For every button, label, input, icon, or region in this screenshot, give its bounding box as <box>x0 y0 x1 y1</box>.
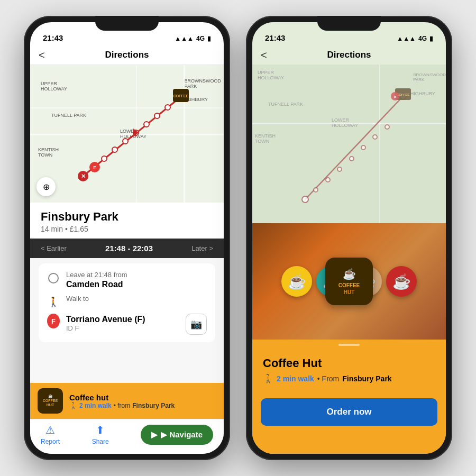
ad-walk-time: 2 min walk <box>79 402 112 409</box>
signal-icon: ▲▲▲ <box>175 35 194 42</box>
svg-point-4 <box>102 156 107 161</box>
back-button-1[interactable]: < <box>39 49 45 61</box>
svg-text:COFFEE: COFFEE <box>173 94 189 98</box>
map-background-1: UPPERHOLLOWAY TUFNELL PARK KENTISHTOWN L… <box>30 65 224 203</box>
dir-bus-text: Torriano Avenue (F) ID F <box>66 314 179 332</box>
location-button[interactable]: ⊕ <box>36 177 56 196</box>
navigate-label: ▶ Navigate <box>161 430 203 440</box>
phone-1: 21:43 ▲▲▲ 4G ▮ < Directions UPPERHOLLOWA… <box>24 16 230 460</box>
svg-point-27 <box>385 125 389 129</box>
info-section-1: Finsbury Park 14 min • £1.65 <box>30 203 224 239</box>
bus-id: ID F <box>66 324 179 332</box>
network-badge: 4G <box>196 35 205 42</box>
svg-text:✕: ✕ <box>81 173 86 179</box>
share-label: Share <box>92 438 109 445</box>
bus-stop-icon: F <box>47 315 60 327</box>
biz-from-text: • From <box>317 374 339 383</box>
battery-icon: ▮ <box>207 35 211 42</box>
business-name: Coffee Hut <box>263 356 435 370</box>
bus-badge: F <box>47 314 60 328</box>
ad-logo: ☕ COFFEE HUT <box>38 388 63 414</box>
svg-point-25 <box>361 145 365 150</box>
phone-2: 21:43 ▲▲▲ 4G ▮ < Directions UPPERHOLLOWA… <box>246 16 452 460</box>
route-line-2: COFFEE ✕ <box>252 65 446 223</box>
ad-text-area: Coffee hut 🚶 2 min walk • from Finsbury … <box>69 393 216 409</box>
phone-1-screen: 21:43 ▲▲▲ 4G ▮ < Directions UPPERHOLLOWA… <box>30 22 224 454</box>
svg-text:✕: ✕ <box>393 95 397 99</box>
ad-banner[interactable]: ☕ COFFEE HUT Coffee hut 🚶 2 min walk • f… <box>30 383 224 419</box>
walk-label: Walk to <box>66 295 207 303</box>
time-bar: < Earlier 21:48 - 22:03 Later > <box>30 239 224 258</box>
biz-logo-overlay: ☕ COFFEE HUT <box>325 258 373 305</box>
svg-point-5 <box>112 147 117 152</box>
ad-logo-line1: COFFEE <box>43 399 58 403</box>
status-time-1: 21:43 <box>43 33 63 42</box>
header-2: < Directions <box>252 45 446 65</box>
back-button-2[interactable]: < <box>261 49 267 61</box>
origin-icon <box>47 272 60 285</box>
ad-logo-line2: HUT <box>47 403 54 407</box>
ad-from-place: Finsbury Park <box>132 402 175 409</box>
phone-2-screen: 21:43 ▲▲▲ 4G ▮ < Directions UPPERHOLLOWA… <box>252 22 446 454</box>
direction-card-1: Leave at 21:48 from Camden Road 🚶 Walk t… <box>39 263 215 342</box>
svg-line-18 <box>305 96 403 199</box>
svg-point-23 <box>337 167 342 171</box>
share-icon: ⬆ <box>96 424 105 436</box>
report-icon: ⚠ <box>45 424 55 436</box>
dir-row-bus: F Torriano Avenue (F) ID F 📷 <box>47 314 207 335</box>
camera-button[interactable]: 📷 <box>186 314 207 335</box>
svg-point-6 <box>123 139 128 144</box>
biz-from-place: Finsbury Park <box>342 374 391 383</box>
biz-logo-line2: HUT <box>344 289 355 296</box>
status-icons-2: ▲▲▲ 4G ▮ <box>397 35 433 42</box>
map-2: UPPERHOLLOWAY TUFNELL PARK KENTISHTOWN L… <box>252 65 446 223</box>
header-title-2: Directions <box>327 50 371 60</box>
biz-info: Coffee Hut 🚶 2 min walk • From Finsbury … <box>252 350 446 392</box>
svg-point-9 <box>154 113 160 118</box>
report-button[interactable]: ⚠ Report <box>41 424 60 445</box>
coffee-bean-icon: ☕ <box>343 267 356 281</box>
svg-text:F: F <box>93 165 96 170</box>
header-1: < Directions <box>30 45 224 65</box>
walk-icon: 🚶 <box>47 296 60 308</box>
signal-icon-2: ▲▲▲ <box>397 35 416 42</box>
map-1[interactable]: UPPERHOLLOWAY TUFNELL PARK KENTISHTOWN L… <box>30 65 224 203</box>
dir-row-leave: Leave at 21:48 from Camden Road <box>47 271 207 289</box>
biz-walk-time: 2 min walk <box>277 374 314 383</box>
svg-point-21 <box>314 188 318 192</box>
svg-point-26 <box>373 135 377 139</box>
notch-2 <box>317 16 381 31</box>
report-label: Report <box>41 438 60 445</box>
notch <box>95 16 159 31</box>
status-time-2: 21:43 <box>265 33 285 42</box>
leave-label: Leave at 21:48 from <box>66 271 207 279</box>
earlier-button[interactable]: < Earlier <box>41 244 67 252</box>
svg-point-8 <box>144 122 149 127</box>
origin-name: Camden Road <box>66 280 207 289</box>
status-icons-1: ▲▲▲ 4G ▮ <box>175 35 211 42</box>
svg-point-24 <box>350 157 354 161</box>
biz-walk-info: 🚶 2 min walk • From Finsbury Park <box>263 373 435 383</box>
destination-name: Finsbury Park <box>41 210 213 224</box>
bottom-bar-1: ⚠ Report ⬆ Share ▶ ▶ Navigate <box>30 419 224 454</box>
network-badge-2: 4G <box>418 35 427 42</box>
ad-business-name: Coffee hut <box>69 393 216 402</box>
time-range: 21:48 - 22:03 <box>105 244 153 253</box>
directions-list: Leave at 21:48 from Camden Road 🚶 Walk t… <box>30 258 224 383</box>
ad-sub-info: 🚶 2 min walk • from Finsbury Park <box>69 402 216 409</box>
svg-point-22 <box>326 178 330 182</box>
svg-point-19 <box>302 196 308 203</box>
dir-walk-text: Walk to <box>66 295 207 303</box>
ad-from-text: • from <box>114 402 131 409</box>
biz-header: ☕ ☕ ☕ ☕ ☕ COFFEE HUT <box>252 223 446 340</box>
biz-logo-line1: COFFEE <box>338 282 360 289</box>
share-button[interactable]: ⬆ Share <box>92 424 109 445</box>
cup-red: ☕ <box>386 266 417 297</box>
bus-stop-name: Torriano Avenue (F) <box>66 315 179 324</box>
navigate-button[interactable]: ▶ ▶ Navigate <box>141 425 213 445</box>
drag-handle <box>338 344 360 346</box>
business-card: ☕ ☕ ☕ ☕ ☕ COFFEE HUT Coffee Hut 🚶 2 min … <box>252 223 446 454</box>
order-now-button[interactable]: Order now <box>261 398 437 426</box>
coffee-icon-small: ☕ <box>48 394 53 398</box>
later-button[interactable]: Later > <box>191 244 213 252</box>
